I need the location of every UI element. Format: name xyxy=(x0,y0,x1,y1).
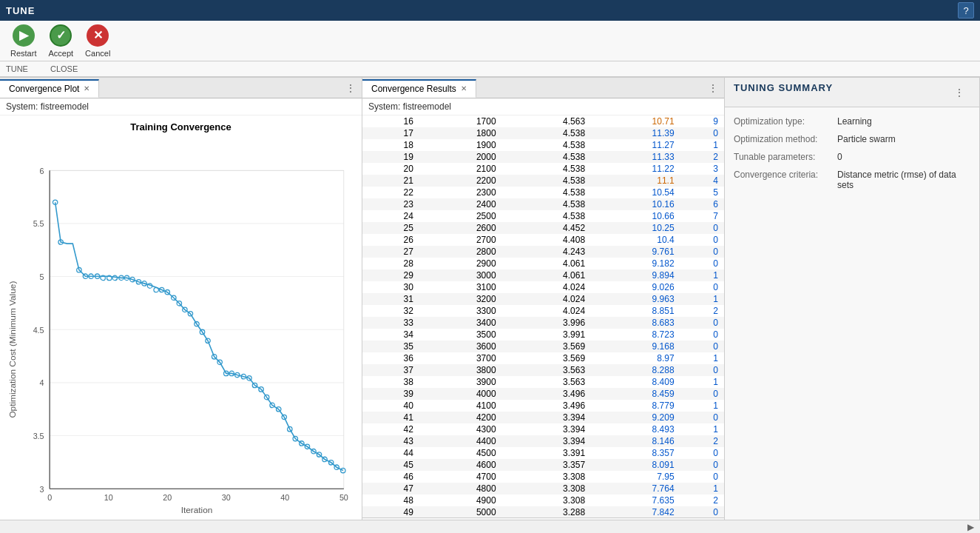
table-row: 4546003.3578.0910 xyxy=(362,459,724,471)
table-cell: 43 xyxy=(362,435,419,447)
table-cell: 25 xyxy=(362,222,419,234)
table-cell: 3.991 xyxy=(502,329,591,341)
table-row: 4142003.3949.2090 xyxy=(362,412,724,423)
table-cell: 2500 xyxy=(419,210,502,222)
table-cell: 9.894 xyxy=(591,269,680,281)
table-cell: 18 xyxy=(362,139,419,151)
right-panel-menu[interactable]: ⋮ xyxy=(948,87,970,98)
table-cell: 4.538 xyxy=(502,210,591,222)
table-row: 4647003.3087.950 xyxy=(362,471,724,483)
table-cell: 41 xyxy=(362,412,419,423)
table-cell: 1900 xyxy=(419,139,502,151)
restart-icon: ▶ xyxy=(13,24,35,47)
left-panel-subtitle: System: fistreemodel xyxy=(0,98,362,115)
tab-convergence-results[interactable]: Convergence Results ✕ xyxy=(362,79,476,98)
table-cell: 4000 xyxy=(419,388,502,400)
svg-text:6: 6 xyxy=(40,167,44,175)
table-cell: 11.39 xyxy=(591,127,680,139)
table-cell: 1700 xyxy=(419,115,502,127)
restart-button[interactable]: ▶ Restart xyxy=(6,23,41,59)
table-row: 4344003.3948.1462 xyxy=(362,435,724,447)
table-cell: 28 xyxy=(362,258,419,269)
table-cell: 4.061 xyxy=(502,269,591,281)
table-cell: 5 xyxy=(680,187,724,198)
table-row: 2930004.0619.8941 xyxy=(362,269,724,281)
left-panel-menu[interactable]: ⋮ xyxy=(339,82,362,94)
table-row: 4243003.3948.4931 xyxy=(362,423,724,435)
table-cell: 3.563 xyxy=(502,364,591,376)
table-row: 2627004.40810.40 xyxy=(362,234,724,246)
table-cell: 26 xyxy=(362,234,419,246)
table-row: 4041003.4968.7791 xyxy=(362,400,724,412)
table-cell: 3100 xyxy=(419,281,502,293)
results-table-container[interactable]: 1617004.56310.7191718004.53811.390181900… xyxy=(362,115,724,517)
table-cell: 3000 xyxy=(419,269,502,281)
cancel-icon: ✕ xyxy=(87,24,109,47)
help-button[interactable]: ? xyxy=(958,2,974,19)
table-cell: 2000 xyxy=(419,151,502,163)
table-cell: 3.308 xyxy=(502,471,591,483)
tab-convergence-results-close[interactable]: ✕ xyxy=(461,84,467,93)
tab-convergence-results-label: Convergence Results xyxy=(371,84,456,94)
table-row: 2829004.0619.1820 xyxy=(362,258,724,269)
table-cell: 1 xyxy=(680,352,724,364)
accept-icon: ✓ xyxy=(50,24,72,47)
table-cell: 32 xyxy=(362,305,419,317)
table-cell: 29 xyxy=(362,269,419,281)
table-cell: 8.851 xyxy=(591,305,680,317)
table-cell: 3200 xyxy=(419,293,502,305)
svg-text:3: 3 xyxy=(40,485,44,494)
left-tab-bar: Convergence Plot ✕ ⋮ xyxy=(0,78,362,98)
table-cell: 2600 xyxy=(419,222,502,234)
table-cell: 2700 xyxy=(419,234,502,246)
convergence-chart: Optimization Cost (Minimum Value) Iterat… xyxy=(6,135,356,533)
summary-row: Convergence criteria:Distance metric (rm… xyxy=(734,170,970,190)
table-cell: 7.764 xyxy=(591,483,680,495)
cancel-label: Cancel xyxy=(85,49,110,58)
middle-panel-menu[interactable]: ⋮ xyxy=(702,82,724,94)
table-cell: 8.723 xyxy=(591,329,680,341)
table-row: 3637003.5698.971 xyxy=(362,352,724,364)
title-bar: TUNE ? xyxy=(0,0,980,21)
table-cell: 1 xyxy=(680,269,724,281)
nav-arrow-right[interactable]: ▶ xyxy=(967,522,974,532)
summary-row: Tunable parameters:0 xyxy=(734,152,970,162)
table-cell: 4.538 xyxy=(502,151,591,163)
svg-text:10: 10 xyxy=(104,493,113,502)
toolbar-section-labels: TUNE CLOSE xyxy=(6,64,78,73)
table-cell: 16 xyxy=(362,115,419,127)
tuning-summary-title: TUNING SUMMARY xyxy=(734,82,833,93)
table-cell: 3700 xyxy=(419,352,502,364)
table-cell: 9.761 xyxy=(591,246,680,258)
table-cell: 8.683 xyxy=(591,317,680,329)
summary-value: Learning xyxy=(837,116,872,127)
table-cell: 0 xyxy=(680,329,724,341)
table-row: 4748003.3087.7641 xyxy=(362,483,724,495)
table-cell: 4.408 xyxy=(502,234,591,246)
table-cell: 3.288 xyxy=(502,506,591,517)
table-cell: 42 xyxy=(362,423,419,435)
chart-title: Training Convergence xyxy=(6,121,356,133)
table-cell: 4800 xyxy=(419,483,502,495)
svg-text:Iteration: Iteration xyxy=(181,505,213,515)
summary-key: Optimization method: xyxy=(734,134,837,144)
table-cell: 11.22 xyxy=(591,163,680,175)
accept-button[interactable]: ✓ Accept xyxy=(44,23,78,59)
tab-convergence-plot-close[interactable]: ✕ xyxy=(84,84,89,93)
table-cell: 4.538 xyxy=(502,127,591,139)
cancel-button[interactable]: ✕ Cancel xyxy=(81,23,115,59)
table-cell: 2200 xyxy=(419,175,502,187)
table-cell: 3.569 xyxy=(502,352,591,364)
table-cell: 3.496 xyxy=(502,400,591,412)
table-cell: 2 xyxy=(680,435,724,447)
results-table: 1617004.56310.7191718004.53811.390181900… xyxy=(362,115,724,517)
summary-value: Particle swarm xyxy=(837,134,896,144)
table-row: 3334003.9968.6830 xyxy=(362,317,724,329)
table-cell: 19 xyxy=(362,151,419,163)
svg-text:4: 4 xyxy=(40,378,44,387)
tab-convergence-plot[interactable]: Convergence Plot ✕ xyxy=(0,79,99,98)
table-cell: 3300 xyxy=(419,305,502,317)
table-row: 2122004.53811.14 xyxy=(362,175,724,187)
table-cell: 3.563 xyxy=(502,376,591,388)
table-cell: 31 xyxy=(362,293,419,305)
